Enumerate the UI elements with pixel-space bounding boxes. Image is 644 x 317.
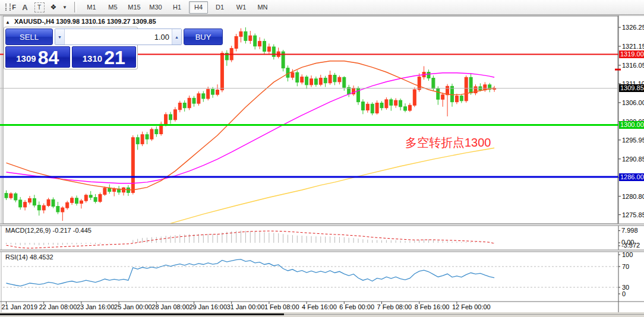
bottom-strip [0,312,644,317]
buy-button[interactable]: BUY [184,28,223,45]
svg-text:0: 0 [622,290,626,297]
timeframe-button-h1[interactable]: H1 [168,1,187,14]
svg-text:7 Feb 08:00: 7 Feb 08:00 [377,303,412,310]
timeframe-button-m5[interactable]: M5 [103,1,122,14]
bottom-strip-segment [284,314,644,315]
svg-text:-3.572: -3.572 [621,242,640,249]
svg-text:1280.80: 1280.80 [622,193,644,200]
svg-text:1326.25: 1326.25 [622,24,644,31]
svg-text:1316.05: 1316.05 [622,62,644,69]
one-click-trade-panel: SELL ▼ ▲ BUY 1309 84 1310 21 [4,27,138,69]
mt4-window: F A T ❖ ▼ M1M5M15M30H1H4D1W1MN 1326.2513… [0,0,644,317]
price-level-badge: 1286.00 [619,173,644,181]
buy-price-big: 21 [104,47,125,68]
svg-text:8 Feb 16:00: 8 Feb 16:00 [415,303,450,310]
svg-text:70: 70 [622,263,629,270]
price-level-badge: 1319.00 [619,50,644,58]
volume-input[interactable] [65,29,172,45]
timeframe-button-w1[interactable]: W1 [232,1,251,14]
text-a-icon[interactable]: A [19,2,31,12]
buy-price-small: 1310 [83,53,102,64]
sell-price-small: 1309 [16,53,36,64]
price-level-badge: 1309.85 [619,84,644,92]
rsi-indicator-label: RSI(14) 48.4532 [5,253,53,261]
svg-text:1306.00: 1306.00 [622,99,644,106]
volume-increase-button[interactable]: ▲ [172,29,181,45]
timeframe-button-mn[interactable]: MN [253,1,272,14]
timeframe-button-group: M1M5M15M30H1H4D1W1MN [81,1,273,14]
svg-text:25 Jan 00:00: 25 Jan 00:00 [114,303,152,310]
collapse-triangle-icon[interactable]: ▲ [5,20,10,25]
svg-text:28 Jan 08:00: 28 Jan 08:00 [151,303,190,310]
chart-title: ▲ XAUUSD-,H4 1309.98 1310.16 1309.27 130… [5,18,156,25]
buy-price-display[interactable]: 1310 21 [72,46,137,68]
dropdown-caret-icon[interactable]: ▼ [62,2,68,12]
toolbar: F A T ❖ ▼ M1M5M15M30H1H4D1W1MN [0,0,644,15]
svg-text:1295.95: 1295.95 [622,137,644,144]
bottom-strip-segment [0,313,284,315]
svg-text:4 Feb 16:00: 4 Feb 16:00 [302,303,337,310]
svg-text:100: 100 [622,251,633,258]
svg-text:12 Feb 00:00: 12 Feb 00:00 [452,303,491,310]
timeframe-button-m30[interactable]: M30 [146,1,165,14]
macd-indicator-label: MACD(12,26,9) -0.217 -0.445 [5,227,91,234]
text-label-t-icon[interactable]: T [33,2,45,12]
svg-text:23 Jan 16:00: 23 Jan 16:00 [77,303,115,310]
svg-text:7.998: 7.998 [621,227,638,234]
svg-text:1 Feb 08:00: 1 Feb 08:00 [264,303,299,310]
footprint-f-icon[interactable]: F [5,2,17,12]
price-level-badge: 1300.00 [619,121,644,129]
timeframe-button-m1[interactable]: M1 [82,1,101,14]
svg-text:31 Jan 00:00: 31 Jan 00:00 [227,303,265,310]
chart-annotation-text: 多空转折点1300 [405,135,491,151]
volume-decrease-button[interactable]: ▼ [55,29,65,45]
volume-stepper: ▼ ▲ [55,28,182,45]
svg-text:1321.15: 1321.15 [622,43,644,50]
sell-price-big: 84 [38,47,59,68]
timeframe-button-m15[interactable]: M15 [125,1,144,14]
ohlc-values: 1309.98 1310.16 1309.27 1309.85 [56,18,156,25]
sell-button[interactable]: SELL [5,28,53,45]
sell-price-display[interactable]: 1309 84 [5,46,70,68]
arrow-objects-icon[interactable]: ❖ [48,2,59,12]
svg-text:29 Jan 16:00: 29 Jan 16:00 [190,303,228,310]
timeframe-button-d1[interactable]: D1 [210,1,229,14]
svg-text:1290.85: 1290.85 [622,156,644,163]
timeframe-button-h4[interactable]: H4 [189,1,208,14]
toolbar-separator [74,2,77,12]
svg-text:21 Jan 2019: 21 Jan 2019 [2,303,38,310]
svg-text:1275.85: 1275.85 [622,211,644,218]
symbol-label: XAUUSD-,H4 [14,18,54,25]
svg-text:22 Jan 08:00: 22 Jan 08:00 [39,303,77,310]
svg-text:6 Feb 00:00: 6 Feb 00:00 [339,303,374,310]
